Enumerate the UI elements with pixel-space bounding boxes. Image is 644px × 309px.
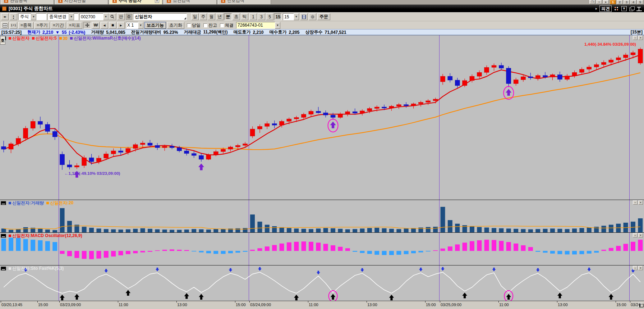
quote-segment: 71,047,521 [325,30,346,35]
multi-chart-icon[interactable]: 1+1 [10,22,17,29]
next-screen-icon[interactable]: ▸ [603,0,609,4]
chevron-down-icon[interactable]: ▼ [138,22,143,29]
window-title-bar[interactable]: [0301] 주식 종합차트 ▸ 의견 × [0,5,644,12]
period-button[interactable]: 초 [233,13,240,20]
chevron-down-icon[interactable]: ▼ [31,13,36,20]
settings-gear-icon[interactable] [309,13,316,20]
screen-number-button[interactable]: 2 [617,0,623,4]
collapse-arrow-icon[interactable]: ▸ [595,6,597,10]
compare-button[interactable]: =주기 [34,22,50,29]
pane-minimize-icon[interactable]: − [633,233,638,237]
volume-bar [89,228,94,232]
pane-close-icon[interactable]: × [638,266,643,270]
minute-preset-button[interactable]: 1 [249,13,257,20]
checkbox-box[interactable] [203,23,207,27]
tab-close-icon[interactable]: × [155,0,159,3]
close-icon[interactable]: × [621,6,627,11]
sto-buy-arrow [74,294,79,300]
screen-number-button[interactable]: 5 [637,0,643,4]
pin-icon[interactable] [636,6,642,11]
restore-icon[interactable] [629,6,634,11]
screen-number-button[interactable]: 3 [624,0,630,4]
volume-bar [441,207,445,232]
legend-label: 신일전자:거래량 [12,200,44,206]
compare-button[interactable]: =기간 [51,22,66,29]
stock-name-field[interactable]: 신일전자 [133,13,187,20]
checkbox-box[interactable] [220,23,224,27]
period-button[interactable]: 주 [199,13,207,20]
order-button[interactable]: 주문 [317,13,330,20]
capture-icon[interactable] [614,6,619,11]
sto-buy-arrow [331,294,336,300]
volume-bar [257,222,262,232]
pane-close-icon[interactable]: × [638,233,643,237]
pane-close-icon[interactable]: × [638,200,643,205]
chevron-down-icon[interactable]: ▼ [103,13,109,20]
minute-preset-button[interactable]: 15 [274,13,282,20]
cross-hair-icon[interactable] [83,22,91,29]
screen-number-button[interactable]: 1 [610,0,616,4]
workspace-tab[interactable]: 1관심종목 [1,0,54,5]
sto-buy-arrow [462,292,467,298]
compare-button[interactable]: =지표 [67,22,82,29]
chart-nav-button[interactable]: ■ [109,22,116,29]
pane-close-icon[interactable]: × [638,36,643,40]
checkbox-당일[interactable]: 당일 [187,22,201,28]
change-mode-select[interactable]: 종목변경▼ [47,13,78,20]
chevron-down-icon[interactable]: ▼ [294,13,299,20]
won-price-button[interactable]: ₩ [92,22,100,29]
checkbox-잔고[interactable]: 잔고 [203,22,217,28]
checkbox-체결[interactable]: 체결 [220,22,234,28]
opinion-button[interactable]: 의견 [599,5,612,12]
pane-icon[interactable] [1,267,6,271]
workspace-tab[interactable]: 1주식 종합차× [109,0,162,5]
volume-pane[interactable]: 신일전자:거래량신일전자:20−× [0,200,644,232]
compare-button[interactable]: =종목 [18,22,34,29]
save-icon[interactable] [300,13,308,20]
board-button[interactable]: 판 [117,13,125,20]
checkbox-box[interactable] [187,23,191,27]
workspace-tab[interactable]: 1조건검색 [164,0,217,5]
macd-bar [557,251,562,254]
pane-minimize-icon[interactable]: − [633,36,638,40]
candle-up [433,99,438,101]
pane-minimize-icon[interactable]: − [633,200,638,205]
pane-icon[interactable] [1,201,6,205]
macd-pane[interactable]: 신일전자:MACD Oscillator(12,26,9)−× [0,232,644,265]
cascade-windows-icon[interactable]: ❐ [589,0,595,4]
symbol-code-input[interactable] [79,13,103,20]
period-button[interactable]: 틱 [241,13,248,20]
account-input[interactable] [236,22,275,29]
prev-next-symbol-button[interactable]: ◂▸ [1,13,9,20]
grid-layout-icon[interactable] [1,22,9,29]
period-button[interactable]: 월 [208,13,215,20]
minute-preset-button[interactable]: 5 [266,13,273,20]
market-select[interactable]: 주식▼ [18,13,46,20]
period-button[interactable]: 분 [224,13,232,20]
workspace-tab[interactable]: 1시간외단일 [55,0,108,5]
close-window-icon[interactable]: × [596,0,602,4]
search-icon[interactable] [109,13,116,20]
minute-preset-button[interactable]: 3 [258,13,265,20]
pane-icon[interactable] [1,234,6,238]
macd-bar [638,240,643,251]
chevron-down-icon[interactable]: ▼ [69,13,74,20]
dock-tab-hoga[interactable]: 호 [0,36,5,45]
macd-bar [272,245,277,251]
pane-minimize-icon[interactable]: − [633,266,638,270]
minute-value-input[interactable] [283,13,294,20]
price-pane[interactable]: 1,440(-34.84% 03/26,09:00)←1,125(-49.10%… [0,35,644,200]
chevron-down-icon[interactable]: ▼ [275,22,280,29]
period-button[interactable]: 년 [216,13,224,20]
aux-function-button[interactable]: 보조기능 [144,22,166,29]
workspace-tab[interactable]: 1신호검색 [218,0,271,5]
legend-label: 신일전자:5 [36,35,57,41]
symbol-spinner[interactable]: ▴▾ [10,13,17,20]
period-button[interactable]: 일 [191,13,199,20]
stochastic-pane[interactable]: 신일전자:Sto Fast%K(5,3)−× [0,265,644,301]
chart-nav-button[interactable]: ◂ [101,22,108,29]
reset-button[interactable]: 초기화 [167,22,184,29]
screen-number-button[interactable]: 4 [630,0,636,4]
macd-bar [499,241,503,251]
chart-nav-button[interactable]: ▸ [117,22,125,29]
